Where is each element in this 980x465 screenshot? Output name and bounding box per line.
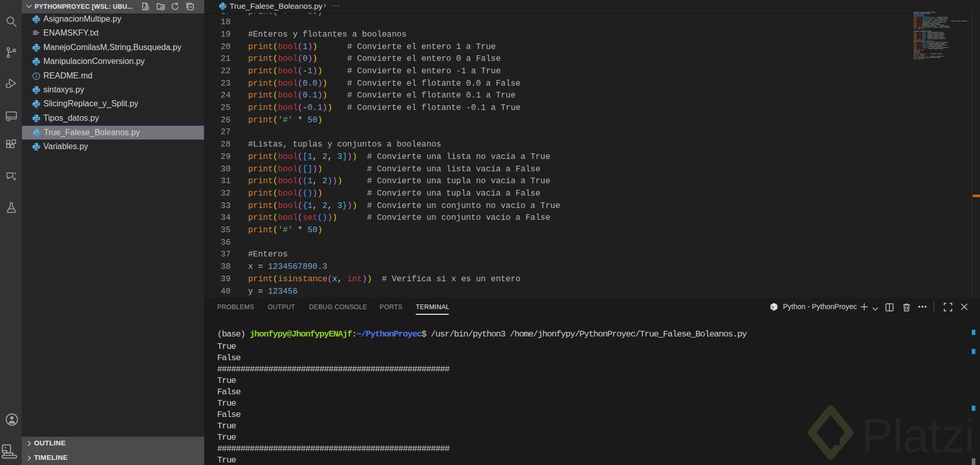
svg-text:$: $ xyxy=(772,306,774,310)
